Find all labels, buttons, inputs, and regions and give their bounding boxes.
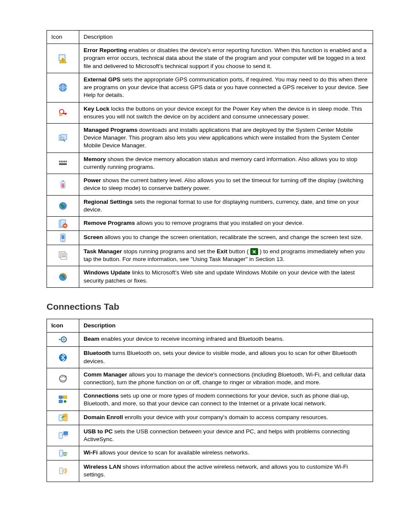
table-row: Domain Enroll enrolls your device with y… xyxy=(47,411,373,425)
managed-programs-icon xyxy=(49,133,77,143)
key-lock-icon xyxy=(49,108,77,118)
screen-icon xyxy=(49,233,77,243)
table-header-desc: Description xyxy=(79,319,373,333)
table-row: Windows Update links to Microsoft's Web … xyxy=(47,266,373,287)
table-row: Bluetooth turns Bluetooth on, sets your … xyxy=(47,347,373,368)
table-row: Comm Manager allows you to manage the de… xyxy=(47,368,373,389)
beam-icon xyxy=(49,334,77,345)
error-reporting-icon xyxy=(49,53,77,64)
usb-to-pc-icon xyxy=(49,430,77,441)
table-row: Managed Programs downloads and installs … xyxy=(47,123,373,152)
table-row: Connections sets up one or more types of… xyxy=(47,389,373,411)
table-row: Wireless LAN shows information about the… xyxy=(47,460,373,482)
table-header-desc: Description xyxy=(79,31,373,44)
task-manager-icon xyxy=(49,250,77,261)
connections-tab-heading: Connections Tab xyxy=(47,301,373,313)
table-row: Regional Settings sets the regional form… xyxy=(47,195,373,216)
table-row: Task Manager stops running programs and … xyxy=(47,245,373,266)
domain-enroll-icon xyxy=(49,413,77,423)
table-header-icon: Icon xyxy=(47,319,79,333)
comm-manager-icon xyxy=(49,373,77,384)
power-icon xyxy=(49,179,77,190)
table-row: Wi-Fi allows your device to scan for ava… xyxy=(47,446,373,460)
connections-icon xyxy=(49,395,77,405)
table-header-icon: Icon xyxy=(47,31,79,44)
table-row: Key Lock locks the buttons on your devic… xyxy=(47,102,373,123)
regional-settings-icon xyxy=(49,201,77,211)
table-row: Power shows the current battery level. A… xyxy=(47,174,373,195)
external-gps-icon xyxy=(49,82,77,93)
table-row: Remove Programs allows you to remove pro… xyxy=(47,216,373,230)
table-row: Memory shows the device memory allocatio… xyxy=(47,152,373,174)
table-row: External GPS sets the appropriate GPS co… xyxy=(47,73,373,102)
memory-icon xyxy=(49,158,77,168)
system-settings-table: Icon Description Error Reporting enables… xyxy=(47,30,373,288)
bluetooth-icon xyxy=(49,352,77,363)
table-row: Error Reporting enables or disables the … xyxy=(47,44,373,73)
exit-button-icon xyxy=(250,248,258,255)
wifi-icon xyxy=(49,448,77,458)
windows-update-icon xyxy=(49,272,77,282)
wireless-lan-icon xyxy=(49,466,77,476)
connections-table: Icon Description Beam enables your devic… xyxy=(47,319,373,482)
table-row: Screen allows you to change the screen o… xyxy=(47,230,373,245)
table-row: Beam enables your device to receive inco… xyxy=(47,333,373,347)
table-row: USB to PC sets the USB connection betwee… xyxy=(47,425,373,446)
remove-programs-icon xyxy=(49,218,77,229)
